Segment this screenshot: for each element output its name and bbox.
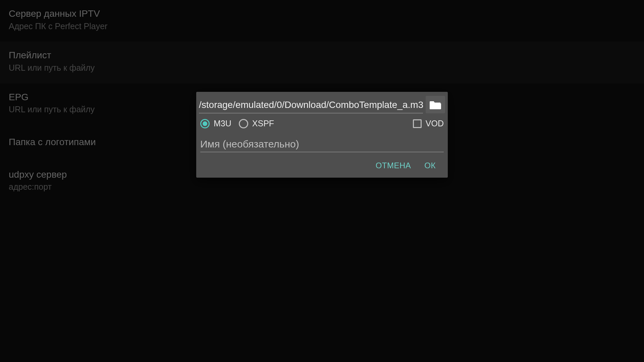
playlist-name-input[interactable]: [200, 134, 444, 152]
checkbox-label: VOD: [426, 119, 444, 128]
radio-icon: [239, 119, 248, 128]
svg-rect-0: [430, 103, 441, 109]
radio-xspf[interactable]: XSPF: [239, 119, 274, 128]
checkbox-icon: [413, 119, 422, 128]
playlist-dialog: M3U XSPF VOD ОТМЕНА ОК: [196, 92, 448, 178]
browse-button[interactable]: [426, 96, 445, 113]
radio-label: M3U: [214, 119, 231, 128]
dialog-actions: ОТМЕНА ОК: [199, 152, 445, 175]
radio-icon: [200, 119, 210, 128]
radio-m3u[interactable]: M3U: [200, 119, 231, 128]
path-row: [199, 95, 445, 113]
folder-icon: [430, 100, 441, 109]
ok-button[interactable]: ОК: [424, 161, 436, 170]
playlist-path-input[interactable]: [199, 95, 423, 113]
radio-label: XSPF: [252, 119, 274, 128]
cancel-button[interactable]: ОТМЕНА: [376, 161, 411, 170]
checkbox-vod[interactable]: VOD: [413, 119, 444, 128]
modal-scrim: [0, 0, 644, 362]
format-options-row: M3U XSPF VOD: [199, 113, 445, 132]
